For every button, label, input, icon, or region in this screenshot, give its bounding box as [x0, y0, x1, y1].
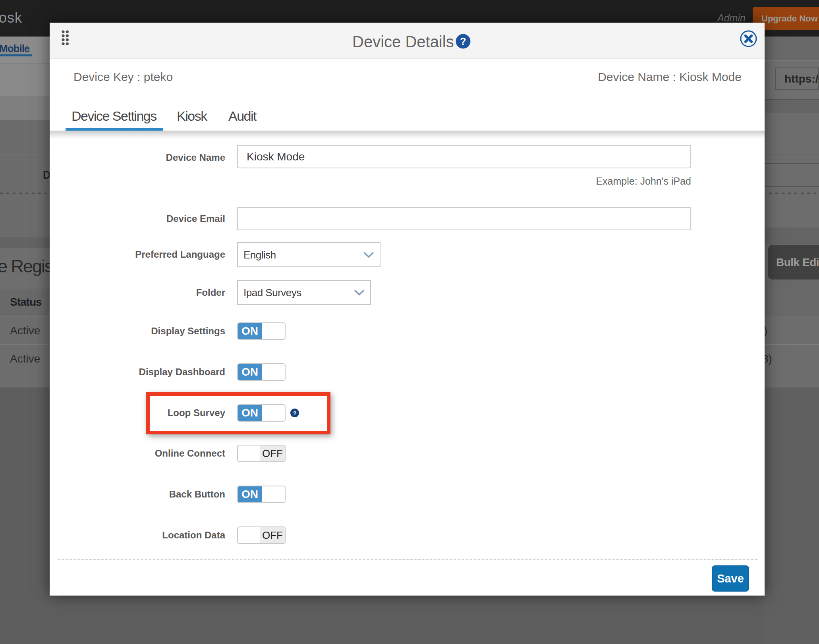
svg-text:?: ?	[460, 36, 466, 47]
svg-text:?: ?	[293, 410, 296, 416]
